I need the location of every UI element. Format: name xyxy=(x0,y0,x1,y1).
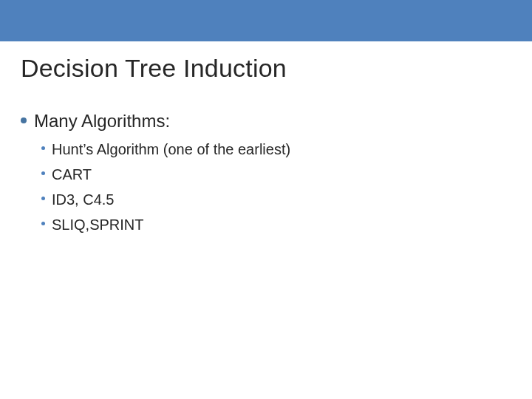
slide-title: Decision Tree Induction xyxy=(21,53,287,83)
bullet-dot-icon xyxy=(41,197,45,200)
bullet-text: CART xyxy=(52,164,92,185)
bullet-level2: ID3, C4.5 xyxy=(41,189,511,210)
bullet-text: ID3, C4.5 xyxy=(52,189,114,210)
slide-content: Many Algorithms: Hunt’s Algorithm (one o… xyxy=(21,105,511,239)
bullet-level2: Hunt’s Algorithm (one of the earliest) xyxy=(41,139,511,160)
bullet-level2: CART xyxy=(41,164,511,185)
accent-bar xyxy=(0,0,532,41)
bullet-dot-icon xyxy=(41,146,45,150)
bullet-dot-icon xyxy=(41,171,45,175)
bullet-dot-icon xyxy=(41,222,45,225)
sub-bullet-list: Hunt’s Algorithm (one of the earliest) C… xyxy=(41,139,511,235)
bullet-level2: SLIQ,SPRINT xyxy=(41,214,511,235)
bullet-text: Many Algorithms: xyxy=(34,109,170,133)
bullet-level1: Many Algorithms: xyxy=(21,109,511,133)
bullet-text: SLIQ,SPRINT xyxy=(52,214,143,235)
bullet-text: Hunt’s Algorithm (one of the earliest) xyxy=(52,139,290,160)
slide: Decision Tree Induction Many Algorithms:… xyxy=(0,0,532,399)
bullet-dot-icon xyxy=(21,117,27,123)
